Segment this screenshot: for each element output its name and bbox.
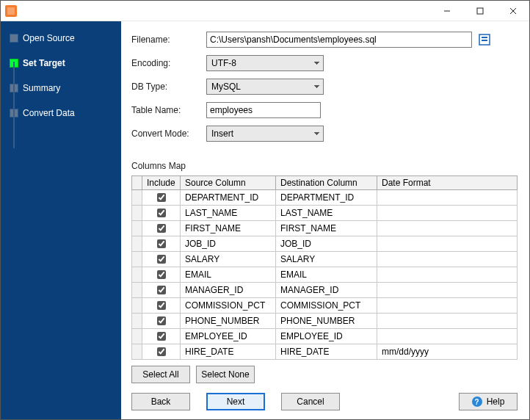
- source-cell[interactable]: SALARY: [181, 252, 276, 267]
- row-header-cell[interactable]: [132, 329, 142, 344]
- source-cell[interactable]: MANAGER_ID: [181, 283, 276, 298]
- row-header-cell[interactable]: [132, 206, 142, 221]
- dbtype-select[interactable]: MySQL: [206, 79, 324, 95]
- col-include-header[interactable]: Include: [142, 176, 181, 190]
- close-button[interactable]: [496, 1, 529, 21]
- include-cell[interactable]: [142, 236, 181, 252]
- include-cell[interactable]: [142, 206, 181, 221]
- table-row[interactable]: PHONE_NUMBERPHONE_NUMBER: [132, 314, 518, 329]
- step-summary[interactable]: Summary: [5, 80, 121, 96]
- source-cell[interactable]: EMAIL: [181, 267, 276, 283]
- dest-cell[interactable]: MANAGER_ID: [276, 283, 377, 298]
- row-header-cell[interactable]: [132, 298, 142, 314]
- table-row[interactable]: FIRST_NAMEFIRST_NAME: [132, 221, 518, 236]
- datefmt-cell[interactable]: [377, 329, 518, 344]
- datefmt-cell[interactable]: [377, 206, 518, 221]
- dest-cell[interactable]: FIRST_NAME: [276, 221, 377, 236]
- back-button[interactable]: Back: [131, 393, 190, 410]
- datefmt-cell[interactable]: [377, 221, 518, 236]
- datefmt-cell[interactable]: mm/dd/yyyy: [377, 344, 518, 360]
- include-checkbox[interactable]: [157, 255, 166, 264]
- help-button[interactable]: ? Help: [459, 393, 518, 410]
- include-checkbox[interactable]: [157, 270, 166, 279]
- step-open-source[interactable]: Open Source: [5, 30, 121, 46]
- datefmt-cell[interactable]: [377, 190, 518, 206]
- datefmt-cell[interactable]: [377, 267, 518, 283]
- row-header-cell[interactable]: [132, 236, 142, 252]
- include-cell[interactable]: [142, 267, 181, 283]
- dest-cell[interactable]: EMAIL: [276, 267, 377, 283]
- col-source-header[interactable]: Source Column: [181, 176, 276, 190]
- table-row[interactable]: COMMISSION_PCTCOMMISSION_PCT: [132, 298, 518, 314]
- include-cell[interactable]: [142, 283, 181, 298]
- encoding-select[interactable]: UTF-8: [206, 55, 324, 71]
- filename-input[interactable]: [206, 32, 472, 48]
- include-cell[interactable]: [142, 314, 181, 329]
- dest-cell[interactable]: COMMISSION_PCT: [276, 298, 377, 314]
- table-row[interactable]: SALARYSALARY: [132, 252, 518, 267]
- include-cell[interactable]: [142, 221, 181, 236]
- include-checkbox[interactable]: [157, 193, 166, 202]
- datefmt-cell[interactable]: [377, 252, 518, 267]
- browse-file-button[interactable]: [476, 32, 493, 48]
- next-button[interactable]: Next: [206, 393, 265, 410]
- table-row[interactable]: LAST_NAMELAST_NAME: [132, 206, 518, 221]
- dest-cell[interactable]: SALARY: [276, 252, 377, 267]
- source-cell[interactable]: COMMISSION_PCT: [181, 298, 276, 314]
- include-checkbox[interactable]: [157, 347, 166, 356]
- maximize-button[interactable]: [463, 1, 496, 21]
- dest-cell[interactable]: PHONE_NUMBER: [276, 314, 377, 329]
- table-row[interactable]: EMAILEMAIL: [132, 267, 518, 283]
- row-header-cell[interactable]: [132, 190, 142, 206]
- table-row[interactable]: DEPARTMENT_IDDEPARTMENT_ID: [132, 190, 518, 206]
- step-convert-data[interactable]: Convert Data: [5, 105, 121, 121]
- source-cell[interactable]: LAST_NAME: [181, 206, 276, 221]
- datefmt-cell[interactable]: [377, 298, 518, 314]
- row-header-cell[interactable]: [132, 252, 142, 267]
- source-cell[interactable]: DEPARTMENT_ID: [181, 190, 276, 206]
- include-cell[interactable]: [142, 298, 181, 314]
- select-none-button[interactable]: Select None: [196, 366, 255, 383]
- dest-cell[interactable]: HIRE_DATE: [276, 344, 377, 360]
- col-dest-header[interactable]: Destination Column: [276, 176, 377, 190]
- table-row[interactable]: MANAGER_IDMANAGER_ID: [132, 283, 518, 298]
- dest-cell[interactable]: EMPLOYEE_ID: [276, 329, 377, 344]
- row-header-cell[interactable]: [132, 314, 142, 329]
- dest-cell[interactable]: DEPARTMENT_ID: [276, 190, 377, 206]
- row-header-cell[interactable]: [132, 267, 142, 283]
- datefmt-cell[interactable]: [377, 314, 518, 329]
- table-row[interactable]: HIRE_DATEHIRE_DATEmm/dd/yyyy: [132, 344, 518, 360]
- source-cell[interactable]: HIRE_DATE: [181, 344, 276, 360]
- source-cell[interactable]: FIRST_NAME: [181, 221, 276, 236]
- include-checkbox[interactable]: [157, 224, 166, 233]
- include-cell[interactable]: [142, 344, 181, 360]
- datefmt-cell[interactable]: [377, 283, 518, 298]
- source-cell[interactable]: EMPLOYEE_ID: [181, 329, 276, 344]
- include-checkbox[interactable]: [157, 286, 166, 294]
- dest-cell[interactable]: JOB_ID: [276, 236, 377, 252]
- minimize-button[interactable]: [430, 1, 463, 21]
- row-header-cell[interactable]: [132, 221, 142, 236]
- table-row[interactable]: EMPLOYEE_IDEMPLOYEE_ID: [132, 329, 518, 344]
- dest-cell[interactable]: LAST_NAME: [276, 206, 377, 221]
- source-cell[interactable]: JOB_ID: [181, 236, 276, 252]
- include-cell[interactable]: [142, 190, 181, 206]
- include-checkbox[interactable]: [157, 316, 166, 325]
- select-all-button[interactable]: Select All: [131, 366, 190, 383]
- columns-map-grid[interactable]: Include Source Column Destination Column…: [131, 175, 518, 360]
- col-datefmt-header[interactable]: Date Format: [377, 176, 518, 190]
- row-header-cell[interactable]: [132, 344, 142, 360]
- include-cell[interactable]: [142, 329, 181, 344]
- datefmt-cell[interactable]: [377, 236, 518, 252]
- include-checkbox[interactable]: [157, 239, 166, 248]
- convertmode-select[interactable]: Insert: [206, 126, 324, 142]
- row-header-cell[interactable]: [132, 283, 142, 298]
- step-set-target[interactable]: Set Target: [5, 55, 121, 71]
- cancel-button[interactable]: Cancel: [281, 393, 340, 410]
- include-checkbox[interactable]: [157, 209, 166, 217]
- include-checkbox[interactable]: [157, 301, 166, 310]
- include-cell[interactable]: [142, 252, 181, 267]
- table-row[interactable]: JOB_IDJOB_ID: [132, 236, 518, 252]
- tablename-input[interactable]: [206, 102, 321, 118]
- source-cell[interactable]: PHONE_NUMBER: [181, 314, 276, 329]
